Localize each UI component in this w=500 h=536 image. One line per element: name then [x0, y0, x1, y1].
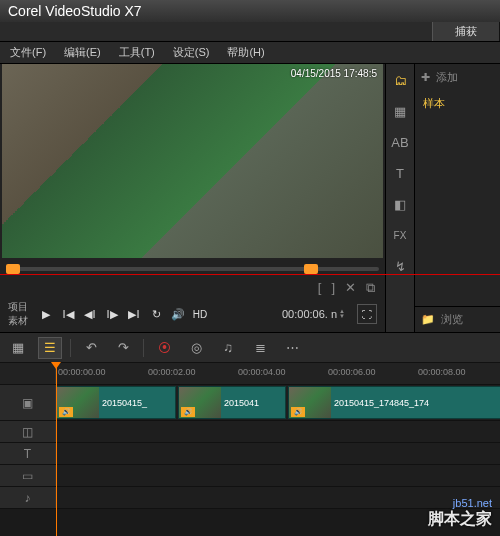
- menu-tools[interactable]: 工具(T): [115, 43, 159, 62]
- path-icon[interactable]: ↯: [389, 256, 411, 276]
- hd-button[interactable]: HD: [192, 306, 208, 322]
- seek-start-handle[interactable]: [6, 264, 20, 274]
- title-track: T: [0, 443, 500, 465]
- graphic-icon[interactable]: ◧: [389, 194, 411, 214]
- watermark: jb51.net 脚本之家: [428, 497, 492, 530]
- mode-clip[interactable]: 素材: [8, 314, 28, 328]
- clip-3[interactable]: 20150415_174845_174 🔊: [288, 386, 500, 419]
- menu-edit[interactable]: 编辑(E): [60, 43, 105, 62]
- record-button[interactable]: ⦿: [152, 337, 176, 359]
- chapter-button[interactable]: ⋯: [280, 337, 304, 359]
- library-toolbar: 🗂 ▦ AB T ◧ FX ↯: [385, 64, 415, 332]
- timecode-display[interactable]: 00:00:06. n: [282, 308, 337, 320]
- undo-button[interactable]: ↶: [79, 337, 103, 359]
- sound-icon: 🔊: [291, 407, 305, 417]
- add-folder-button[interactable]: ✚ 添加: [415, 64, 500, 90]
- video-track-icon[interactable]: ▣: [0, 385, 56, 420]
- title-icon[interactable]: T: [389, 163, 411, 183]
- prev-frame-button[interactable]: ◀I: [82, 306, 98, 322]
- timecode-spinner[interactable]: ▲▼: [339, 309, 345, 319]
- title-track-icon[interactable]: T: [0, 443, 56, 464]
- auto-music-button[interactable]: ♫: [216, 337, 240, 359]
- track-manager-button[interactable]: ≣: [248, 337, 272, 359]
- instant-project-icon[interactable]: ▦: [389, 101, 411, 121]
- go-start-button[interactable]: I◀: [60, 306, 76, 322]
- music-track: ♪: [0, 487, 500, 509]
- browse-button[interactable]: 📁 浏览: [415, 306, 500, 332]
- mark-out-button[interactable]: ]: [331, 280, 335, 296]
- mode-project[interactable]: 项目: [8, 300, 28, 314]
- folder-icon: 📁: [421, 313, 435, 326]
- cut-button[interactable]: ✕: [345, 280, 356, 296]
- voice-track-icon[interactable]: ▭: [0, 465, 56, 486]
- preview-pane: 04/15/2015 17:48:5: [2, 64, 383, 258]
- timeline-ruler[interactable]: 00:00:00.00 00:00:02.00 00:00:04.00 00:0…: [0, 363, 500, 385]
- mark-in-button[interactable]: [: [318, 280, 322, 296]
- play-button[interactable]: ▶: [38, 306, 54, 322]
- media-library-icon[interactable]: 🗂: [389, 70, 411, 90]
- app-title: Corel VideoStudio X7: [8, 3, 142, 19]
- plus-icon: ✚: [421, 71, 430, 84]
- tab-capture[interactable]: 捕获: [432, 22, 500, 41]
- menu-bar: 文件(F) 编辑(E) 工具(T) 设定(S) 帮助(H): [0, 42, 500, 64]
- menu-file[interactable]: 文件(F): [6, 43, 50, 62]
- preview-video: 04/15/2015 17:48:5: [2, 64, 383, 258]
- redo-button[interactable]: ↷: [111, 337, 135, 359]
- transition-icon[interactable]: AB: [389, 132, 411, 152]
- library-panel: ✚ 添加 样本 📁 浏览: [415, 64, 500, 332]
- watermark-url: jb51.net: [453, 497, 492, 509]
- next-frame-button[interactable]: I▶: [104, 306, 120, 322]
- split-button[interactable]: ⧉: [366, 280, 375, 296]
- library-folder-sample[interactable]: 样本: [423, 96, 492, 111]
- menu-settings[interactable]: 设定(S): [169, 43, 214, 62]
- repeat-button[interactable]: ↻: [148, 306, 164, 322]
- storyboard-view-button[interactable]: ▦: [6, 337, 30, 359]
- seek-end-handle[interactable]: [304, 264, 318, 274]
- enlarge-button[interactable]: ⛶: [357, 304, 377, 324]
- clip-2[interactable]: 2015041 🔊: [178, 386, 286, 419]
- mixer-button[interactable]: ◎: [184, 337, 208, 359]
- sound-icon: 🔊: [181, 407, 195, 417]
- timeline-view-button[interactable]: ☰: [38, 337, 62, 359]
- divider-line: [0, 274, 500, 275]
- sound-icon: 🔊: [59, 407, 73, 417]
- timeline: ▦ ☰ ↶ ↷ ⦿ ◎ ♫ ≣ ⋯ 00:00:00.00 00:00:02.0…: [0, 332, 500, 509]
- trim-controls: [ ] ✕ ⧉: [0, 280, 385, 296]
- filter-icon[interactable]: FX: [389, 225, 411, 245]
- overlay-track-icon[interactable]: ◫: [0, 421, 56, 442]
- playback-controls: 项目 素材 ▶ I◀ ◀I I▶ ▶I ↻ 🔊 HD 00:00:06. n ▲…: [0, 296, 385, 332]
- clip-1[interactable]: 20150415_ 🔊: [56, 386, 176, 419]
- timeline-toolbar: ▦ ☰ ↶ ↷ ⦿ ◎ ♫ ≣ ⋯: [0, 333, 500, 363]
- watermark-text: 脚本之家: [428, 509, 492, 530]
- title-bar: Corel VideoStudio X7: [0, 0, 500, 22]
- playhead[interactable]: [56, 363, 57, 536]
- volume-button[interactable]: 🔊: [170, 306, 186, 322]
- preview-timestamp: 04/15/2015 17:48:5: [291, 68, 377, 79]
- music-track-icon[interactable]: ♪: [0, 487, 56, 508]
- voice-track: ▭: [0, 465, 500, 487]
- overlay-track: ◫: [0, 421, 500, 443]
- video-track: ▣ 20150415_ 🔊 2015041 🔊 20150415_174845_…: [0, 385, 500, 421]
- go-end-button[interactable]: ▶I: [126, 306, 142, 322]
- workspace-tabs: 捕获: [0, 22, 500, 42]
- menu-help[interactable]: 帮助(H): [223, 43, 268, 62]
